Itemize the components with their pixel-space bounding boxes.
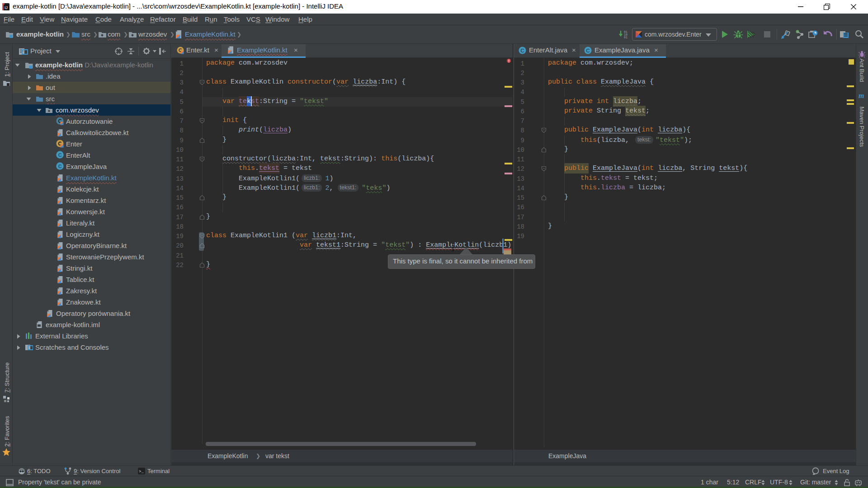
svg-text:01: 01: [624, 36, 627, 39]
svg-text:m: m: [859, 92, 864, 99]
svg-text:C: C: [521, 48, 524, 53]
svg-text:C: C: [58, 164, 62, 169]
svg-text:IJ: IJ: [5, 5, 8, 10]
svg-text:>_: >_: [139, 469, 144, 474]
svg-text:C: C: [58, 152, 62, 158]
svg-text:C: C: [586, 48, 590, 53]
